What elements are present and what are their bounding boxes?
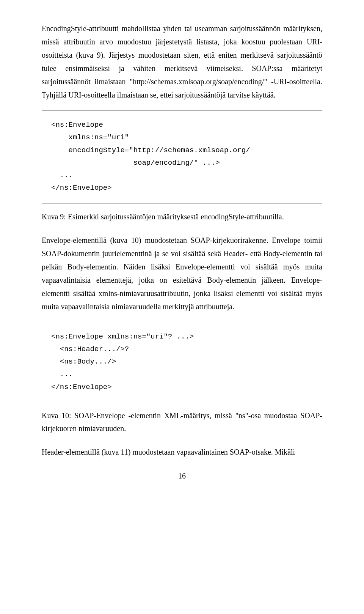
page-number: 16 [42,472,322,480]
code-block-1: <ns:Envelope xmlns:ns="uri" encodingStyl… [42,110,322,203]
paragraph-2: Envelope-elementillä (kuva 10) muodostet… [42,234,322,313]
body-text-block: Header-elementillä (kuva 11) muodostetaa… [42,446,322,459]
page: EncodingStyle-attribuutti mahdollistaa y… [0,0,364,496]
figure-caption-10: Kuva 10: SOAP-Envelope -elementin XML-mä… [42,409,322,435]
figure-caption-9: Kuva 9: Esimerkki sarjoitussääntöjen mää… [42,210,322,223]
code-block-2: <ns:Envelope xmlns:ns="uri"? ...> <ns:He… [42,322,322,402]
paragraph-3: Header-elementillä (kuva 11) muodostetaa… [42,446,322,459]
body-text-block: EncodingStyle-attribuutti mahdollistaa y… [42,22,322,102]
body-text-block: Envelope-elementillä (kuva 10) muodostet… [42,234,322,313]
paragraph-1: EncodingStyle-attribuutti mahdollistaa y… [42,22,322,102]
